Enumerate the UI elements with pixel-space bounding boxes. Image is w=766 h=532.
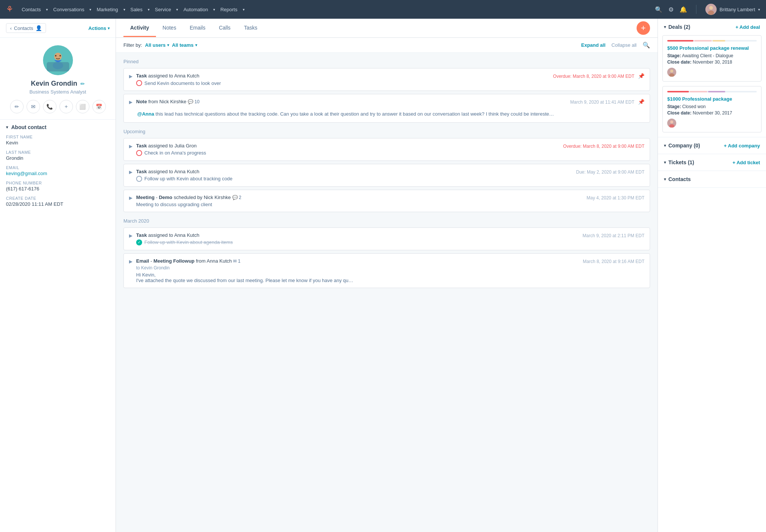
nav-automation[interactable]: Automation (180, 4, 212, 15)
email-action-button[interactable]: ✉ (27, 100, 40, 113)
march-task-meta: March 9, 2020 at 2:11 PM EDT (583, 232, 644, 238)
tab-emails[interactable]: Emails (183, 19, 212, 37)
email-count-badge: ✉ 1 (233, 259, 240, 264)
reports-chevron: ▾ (243, 7, 245, 12)
deals-section-header[interactable]: ▾ Deals (2) + Add deal (658, 19, 766, 35)
all-users-dropdown[interactable]: All users ▾ (145, 42, 169, 48)
about-section-header[interactable]: ▾ About contact (6, 124, 110, 130)
note-pin-icon[interactable]: 📌 (638, 99, 644, 105)
main-layout: ‹ Contacts 👤 Actions ▾ (0, 19, 766, 532)
deal-2-seg-4 (726, 91, 757, 92)
pinned-task-expand-icon[interactable]: ▶ (129, 73, 132, 79)
pinned-note-expand-icon[interactable]: ▶ (129, 99, 132, 105)
edit-contact-icon[interactable]: ✏ (80, 81, 85, 87)
users-caret: ▾ (167, 43, 169, 47)
call-action-button[interactable]: 📞 (43, 100, 56, 113)
middle-panel: Activity Notes Emails Calls Tasks + Filt… (116, 19, 658, 532)
deal-2-name[interactable]: $1000 Professional package (667, 96, 757, 102)
search-icon[interactable]: 🔍 (655, 6, 662, 13)
contact-name-row: Kevin Grondin ✏ (31, 80, 85, 88)
tab-calls[interactable]: Calls (212, 19, 237, 37)
settings-icon[interactable]: ⚙ (668, 6, 674, 13)
create-date-label: Create Date (6, 196, 110, 201)
add-ticket-button[interactable]: + Add ticket (732, 160, 760, 165)
first-name-label: First name (6, 135, 110, 139)
back-label: Contacts (14, 25, 33, 31)
add-company-button[interactable]: + Add company (724, 143, 760, 149)
expand-all-button[interactable]: Expand all (581, 42, 606, 48)
upcoming-meeting-expand-icon[interactable]: ▶ (129, 195, 132, 201)
upcoming-meeting-text: Meeting to discuss upgrading client (136, 202, 212, 207)
all-teams-label: All teams (172, 42, 194, 48)
pinned-task-meta: Overdue: March 8, 2020 at 9:00 AM EDT (553, 73, 634, 79)
actions-chevron: ▾ (108, 26, 110, 30)
tab-notes[interactable]: Notes (156, 19, 183, 37)
all-teams-dropdown[interactable]: All teams ▾ (172, 42, 197, 48)
company-section-title: Company (0) (668, 143, 721, 149)
march-task-title: Task assigned to Anna Kutch (136, 232, 579, 238)
deal-1-name[interactable]: $500 Professional package renewal (667, 45, 757, 51)
upcoming-task-2-header[interactable]: ▶ Task assigned to Anna Kutch Follow up … (124, 164, 650, 186)
tab-activity[interactable]: Activity (123, 19, 156, 37)
nav-marketing[interactable]: Marketing (93, 4, 122, 15)
contact-job-title: Business Systems Analyst (30, 89, 86, 95)
notifications-icon[interactable]: 🔔 (680, 6, 687, 13)
nav-service[interactable]: Service (151, 4, 175, 15)
upcoming-task-1-expand-icon[interactable]: ▶ (129, 143, 132, 149)
upcoming-meeting-header[interactable]: ▶ Meeting - Demo scheduled by Nick Kirsh… (124, 190, 650, 212)
company-section-header[interactable]: ▾ Company (0) + Add company (658, 137, 766, 154)
upcoming-task-1-header[interactable]: ▶ Task assigned to Julia Gron Check in o… (124, 138, 650, 160)
tickets-section: ▾ Tickets (1) + Add ticket (658, 154, 766, 171)
nav-conversations[interactable]: Conversations (49, 4, 88, 15)
nav-sales[interactable]: Sales (127, 4, 147, 15)
hubspot-logo[interactable]: ⚘ (6, 4, 13, 14)
add-deal-button[interactable]: + Add deal (735, 24, 760, 30)
add-activity-button[interactable]: + (637, 21, 650, 35)
svg-point-8 (59, 55, 61, 56)
deal-2-progress-bar (667, 91, 757, 92)
pinned-task-body: Send Kevin documents to look over (136, 80, 549, 86)
march-task-header[interactable]: ▶ Task assigned to Anna Kutch ✓ Follow u… (124, 228, 650, 250)
filter-by-label: Filter by: (123, 42, 142, 48)
actions-label: Actions (88, 25, 106, 31)
upcoming-task-2-expand-icon[interactable]: ▶ (129, 169, 132, 175)
nav-reports[interactable]: Reports (217, 4, 241, 15)
nav-contacts[interactable]: Contacts (18, 4, 45, 15)
back-icon: ‹ (10, 25, 12, 31)
march-email-expand-icon[interactable]: ▶ (129, 258, 132, 264)
topnav-utilities: 🔍 ⚙ 🔔 Brittany Lambert ▾ (655, 4, 760, 15)
collapse-all-button[interactable]: Collapse all (612, 42, 637, 48)
pinned-task-header[interactable]: ▶ Task assigned to Anna Kutch Send Kevin… (124, 68, 650, 91)
upcoming-task-1-text: Check in on Anna's progress (144, 150, 206, 156)
note-action-button[interactable]: ⬜ (76, 100, 89, 113)
company-chevron-icon: ▾ (664, 143, 666, 148)
upcoming-task-2-text: Follow up with Kevin about tracking code (144, 176, 233, 181)
deal-1-close-date: Close date: November 30, 2018 (667, 59, 757, 65)
upcoming-task-1-title: Task assigned to Julia Gron (136, 143, 560, 149)
email-value[interactable]: keving@gmail.com (6, 171, 110, 176)
upcoming-task-2-content: Task assigned to Anna Kutch Follow up wi… (136, 169, 572, 182)
marketing-chevron: ▾ (123, 7, 125, 12)
pin-icon[interactable]: 📌 (638, 73, 644, 79)
calendar-action-button[interactable]: 📅 (92, 100, 106, 113)
march-email-meta: March 8, 2020 at 9:16 AM EDT (583, 258, 644, 264)
add-action-button[interactable]: ＋ (59, 100, 73, 113)
march-task-expand-icon[interactable]: ▶ (129, 232, 132, 238)
deal-1-seg-2 (694, 40, 712, 42)
teams-caret: ▾ (195, 43, 197, 47)
edit-action-button[interactable]: ✏ (10, 100, 24, 113)
upcoming-task-2-meta: Due: May 2, 2020 at 9:00 AM EDT (576, 169, 644, 175)
march-email-content: Email - Meeting Followup from Anna Kutch… (136, 258, 579, 283)
deal-1-owner-avatar (667, 68, 676, 77)
actions-button[interactable]: Actions ▾ (88, 25, 110, 31)
contacts-section-header[interactable]: ▾ Contacts (658, 171, 766, 187)
pinned-note-header[interactable]: ▶ Note from Nick Kirshke 💬 10 March 9, 2… (124, 94, 650, 110)
create-date-value: 02/28/2020 11:11 AM EDT (6, 201, 110, 207)
back-to-contacts-button[interactable]: ‹ Contacts 👤 (6, 23, 46, 33)
tab-tasks[interactable]: Tasks (237, 19, 264, 37)
user-menu[interactable]: Brittany Lambert ▾ (705, 4, 760, 15)
deal-1-seg-1 (667, 40, 693, 42)
tickets-section-header[interactable]: ▾ Tickets (1) + Add ticket (658, 154, 766, 171)
activity-search-icon[interactable]: 🔍 (643, 42, 650, 49)
march-email-header[interactable]: ▶ Email - Meeting Followup from Anna Kut… (124, 254, 650, 288)
